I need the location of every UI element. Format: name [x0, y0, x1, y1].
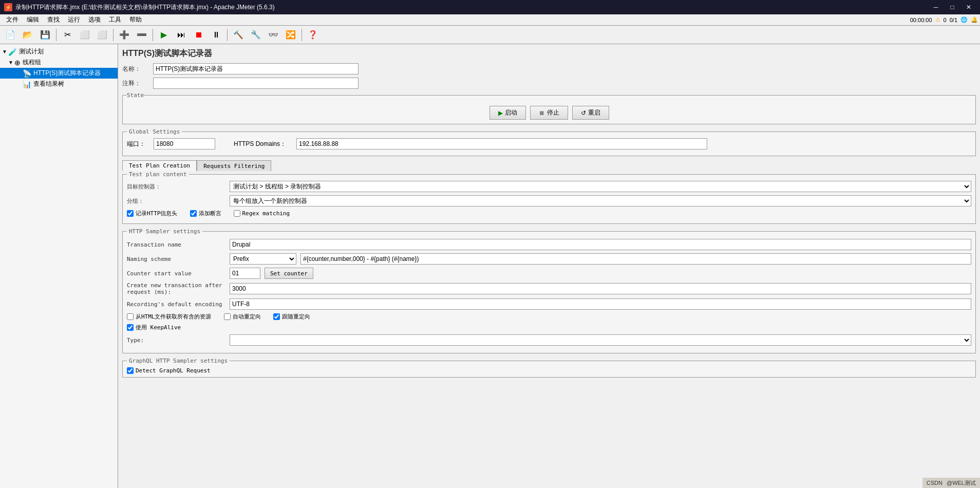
toolbar-remove[interactable]: ➖: [134, 27, 150, 43]
stop-button[interactable]: ⏹ 停止: [530, 106, 568, 120]
check-row-2: 从HTML文件获取所有含的资源 自动重定向 跟随重定向: [127, 313, 971, 321]
check-assertion[interactable]: [190, 210, 197, 217]
type-value: [230, 334, 971, 346]
name-row: 名称：: [122, 63, 976, 74]
tab-requests-filtering[interactable]: Requests Filtering: [197, 160, 271, 171]
group-value: 每个组放入一个新的控制器: [230, 195, 971, 207]
menu-run[interactable]: 运行: [64, 14, 84, 25]
encoding-row: Recording's default encoding: [127, 298, 971, 310]
start-button[interactable]: ▶ 启动: [489, 106, 526, 120]
transaction-name-row: Transaction name: [127, 239, 971, 250]
maximize-button[interactable]: □: [945, 2, 959, 12]
check-html-text: 从HTML文件获取所有含的资源: [136, 313, 212, 321]
toolbar-stop[interactable]: ⏹: [191, 27, 207, 43]
new-transaction-label: Create new transaction after request (ms…: [127, 282, 230, 295]
check-assertion-label[interactable]: 添加断言: [190, 210, 221, 217]
warning-icon: ⚠: [935, 16, 940, 23]
target-select[interactable]: 测试计划 > 线程组 > 录制控制器: [230, 181, 971, 192]
counter-start-input[interactable]: [230, 268, 260, 279]
menu-options[interactable]: 选项: [84, 14, 105, 25]
transaction-name-input[interactable]: [230, 239, 971, 250]
transaction-name-value: [230, 239, 971, 250]
set-counter-button[interactable]: Set counter: [265, 268, 313, 279]
toolbar-copy2[interactable]: ⬜: [94, 27, 110, 43]
check-detect-graphql[interactable]: [127, 367, 134, 374]
type-label: Type:: [127, 337, 230, 344]
toolbar-new[interactable]: 📄: [2, 27, 18, 43]
restart-label: 重启: [588, 108, 600, 117]
test-plan-icon: 🧪: [8, 48, 17, 56]
state-buttons: ▶ 启动 ⏹ 停止 ↺ 重启: [127, 106, 971, 120]
tree-item-recorder[interactable]: 📡 HTTP(S)测试脚本记录器: [0, 68, 118, 79]
naming-pattern-input[interactable]: [300, 253, 971, 265]
bottom-author: @WEL测试: [947, 479, 976, 487]
toolbar-copy1[interactable]: ⬜: [77, 27, 93, 43]
group-select[interactable]: 每个组放入一个新的控制器: [230, 195, 971, 207]
tree-item-thread-group[interactable]: ▼ ⊕ 线程组: [0, 57, 118, 68]
play-icon: ▶: [498, 109, 503, 117]
check-regex-text: Regex matching: [242, 210, 290, 217]
toolbar-play-nodelay[interactable]: ⏭: [173, 27, 190, 43]
check-keepalive-label[interactable]: 使用 KeepAlive: [127, 324, 181, 331]
comment-input[interactable]: [153, 78, 359, 89]
expand-icon[interactable]: ▼: [2, 49, 8, 54]
toolbar-open[interactable]: 📂: [20, 27, 36, 43]
naming-scheme-select[interactable]: Prefix Suffix: [230, 253, 296, 265]
tree-item-test-plan[interactable]: ▼ 🧪 测试计划: [0, 46, 118, 57]
menu-tools[interactable]: 工具: [105, 14, 125, 25]
expand-icon2[interactable]: ▼: [8, 60, 14, 65]
check-follow[interactable]: [273, 313, 280, 320]
check-follow-label[interactable]: 跟随重定向: [273, 313, 310, 321]
toolbar-save[interactable]: 💾: [37, 27, 53, 43]
toolbar-view[interactable]: 👓: [265, 27, 281, 43]
check-html-label[interactable]: 从HTML文件获取所有含的资源: [127, 313, 212, 321]
state-legend: State: [127, 92, 144, 99]
view-results-icon: 📊: [23, 80, 31, 88]
check-detect-graphql-label[interactable]: Detect GraphQL Request: [127, 367, 971, 374]
menu-edit[interactable]: 编辑: [23, 14, 43, 25]
global-settings-row: 端口： HTTPS Domains：: [127, 138, 971, 149]
https-input[interactable]: [296, 138, 707, 149]
check-http-label[interactable]: 记录HTTP信息头: [127, 210, 178, 217]
toolbar-shutdown[interactable]: ⏸: [208, 27, 224, 43]
close-button[interactable]: ✕: [962, 2, 976, 12]
toolbar-play[interactable]: ▶: [156, 27, 172, 43]
tree-item-view-results[interactable]: 📊 查看结果树: [0, 79, 118, 89]
tree-item-label3: HTTP(S)测试脚本记录器: [33, 69, 101, 78]
toolbar-tool[interactable]: 🔧: [248, 27, 264, 43]
restart-button[interactable]: ↺ 重启: [572, 106, 609, 120]
tab-test-plan-creation[interactable]: Test Plan Creation: [122, 160, 197, 171]
success-count: 0/1: [950, 17, 957, 23]
bottom-bar: CSDN @WEL测试: [922, 478, 980, 488]
menu-find[interactable]: 查找: [43, 14, 64, 25]
new-transaction-row: Create new transaction after request (ms…: [127, 282, 971, 295]
menu-help[interactable]: 帮助: [125, 14, 146, 25]
minimize-button[interactable]: ─: [929, 2, 943, 12]
toolbar-add[interactable]: ➕: [116, 27, 133, 43]
check-row-3: 使用 KeepAlive: [127, 324, 971, 331]
transaction-name-label: Transaction name: [127, 241, 230, 248]
toolbar-remote[interactable]: 🔀: [282, 27, 299, 43]
check-detect-graphql-text: Detect GraphQL Request: [136, 367, 211, 374]
status-time: 00:00:00: [910, 17, 932, 23]
check-http[interactable]: [127, 210, 134, 217]
type-row: Type:: [127, 334, 971, 346]
toolbar-cut[interactable]: ✂: [59, 27, 76, 43]
check-redirect-label[interactable]: 自动重定向: [224, 313, 261, 321]
toolbar-help[interactable]: ❓: [305, 27, 321, 43]
check-regex[interactable]: [234, 210, 240, 217]
menu-file[interactable]: 文件: [2, 14, 23, 25]
type-select[interactable]: [230, 334, 971, 346]
port-input[interactable]: [154, 138, 215, 149]
name-label: 名称：: [122, 65, 153, 73]
check-html[interactable]: [127, 313, 134, 320]
check-redirect[interactable]: [224, 313, 231, 320]
encoding-input[interactable]: [230, 298, 971, 310]
check-keepalive-text: 使用 KeepAlive: [136, 324, 181, 331]
check-keepalive[interactable]: [127, 324, 134, 331]
menu-bar: 文件 编辑 查找 运行 选项 工具 帮助 00:00:00 ⚠ 0 0/1 🌐 …: [0, 14, 980, 26]
toolbar-build[interactable]: 🔨: [230, 27, 247, 43]
new-transaction-input[interactable]: [230, 283, 971, 294]
name-input[interactable]: [153, 63, 359, 74]
check-regex-label[interactable]: Regex matching: [234, 210, 290, 217]
